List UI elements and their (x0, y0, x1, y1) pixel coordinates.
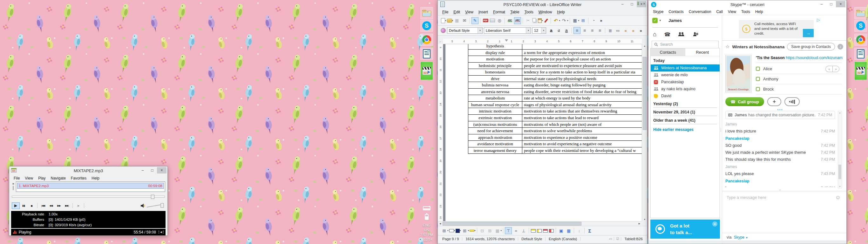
align-center-v-icon[interactable] (513, 227, 520, 234)
scroll-up-icon[interactable]: ▲ (838, 112, 842, 114)
term-cell[interactable]: avoidance motivation (468, 141, 522, 147)
bulleted-list-icon[interactable] (615, 27, 621, 34)
call-group-button[interactable]: ☎Call group (725, 97, 764, 106)
term-cell[interactable]: homeostasis (468, 69, 522, 75)
sum-icon[interactable] (586, 227, 593, 234)
style-combo[interactable]: Default Style▾ (447, 27, 483, 34)
definition-cell[interactable]: internal state caused by physiological n… (522, 75, 642, 82)
status-table-cell[interactable]: Table8:B26 (621, 237, 646, 241)
stop-button[interactable]: ■ (28, 203, 36, 209)
term-cell[interactable]: bulimia nervosa (468, 82, 522, 89)
horizontal-scrollbar[interactable]: ◀ ▶ (438, 221, 642, 226)
menu-item[interactable]: Help (554, 10, 567, 14)
paragraph-style-icon[interactable] (441, 28, 446, 33)
skype-titlebar[interactable]: S Skype™ - ceruceri – □ × (648, 0, 846, 8)
topic-link[interactable]: https://soundcloud.com/kizunami/skrill..… (786, 56, 843, 60)
definition-cell[interactable] (522, 44, 642, 49)
scrollbar-thumb[interactable] (838, 164, 841, 179)
call-phones-icon[interactable]: ☎ (664, 31, 671, 37)
numbered-list-icon[interactable] (607, 27, 614, 34)
menu-item[interactable]: Table (508, 10, 522, 14)
definition-cell[interactable]: stages of physiological arousal during s… (522, 101, 642, 108)
increase-indent-icon[interactable] (630, 27, 637, 34)
taskbar-item-writer[interactable] (854, 48, 867, 60)
maximize-button[interactable]: □ (826, 1, 836, 7)
home-icon[interactable]: ⌂ (653, 31, 656, 38)
close-document-icon[interactable]: × (643, 2, 645, 6)
definition-cell[interactable]: eating disorder, binge eating followed b… (522, 82, 642, 89)
menu-item[interactable]: Play (36, 176, 48, 180)
term-cell[interactable]: intrinsic motivation (468, 108, 522, 115)
term-cell[interactable]: hypothesis (468, 44, 522, 49)
info-icon[interactable]: i (837, 44, 843, 50)
participant-row[interactable]: Alice ‹› (756, 64, 842, 74)
emoticon-icon[interactable]: ☺ (835, 194, 841, 201)
tab-contacts[interactable]: Contacts (651, 48, 685, 56)
split-cells-icon[interactable] (487, 227, 493, 234)
cut-icon[interactable] (525, 17, 531, 24)
menu-item[interactable]: Insert (476, 10, 491, 14)
definition-cell[interactable]: eating disorder, severe restriction of f… (522, 88, 642, 95)
menu-item[interactable]: Help (89, 176, 102, 180)
save-group-button[interactable]: Save group in Contacts (787, 43, 835, 51)
tray-clock-time[interactable]: 7:57 PM (420, 233, 434, 237)
contact-row[interactable]: ay nako kris aquino (651, 86, 720, 92)
combo-arrow-icon[interactable]: ▾ (526, 28, 531, 33)
play-button[interactable]: ▶ (12, 203, 20, 209)
section-today[interactable]: Today (653, 58, 717, 64)
merge-cells-icon[interactable] (479, 227, 486, 234)
contact-row[interactable]: David (651, 92, 720, 99)
menu-item[interactable]: Favorites (68, 176, 89, 180)
document-area[interactable]: hypothesisdisplay rulea norm for the app… (443, 44, 642, 221)
taskbar-item-skype[interactable]: S (420, 20, 433, 32)
minimize-button[interactable]: – (618, 1, 627, 7)
undo-icon[interactable] (553, 17, 559, 24)
section-yesterday[interactable]: Yesterday (2) (653, 102, 717, 108)
message-input[interactable]: Type a message here ☺ (722, 191, 846, 233)
tray-language-top[interactable]: ENG (420, 223, 434, 228)
optimize-icon[interactable] (494, 227, 501, 234)
save-icon[interactable] (454, 17, 460, 24)
playlist-row-selected[interactable]: 1. MIXTAPE2.mp3 00:59:08 (17, 183, 164, 189)
status-page-style[interactable]: Default Style (518, 237, 546, 241)
tab-recent[interactable]: Recent (685, 48, 720, 56)
taskbar-item-file-explorer[interactable] (854, 7, 867, 19)
participant-row[interactable]: Brock (756, 84, 842, 94)
scrollbar-thumb[interactable] (643, 57, 647, 130)
self-status-row[interactable]: ✓ ▼ James (652, 18, 682, 23)
add-contact-icon[interactable] (693, 32, 699, 36)
spelling-icon[interactable] (506, 17, 514, 24)
skype-banner-ad[interactable]: Got a lotto talk a... ✕ (650, 219, 720, 239)
minimize-button[interactable]: – (817, 1, 826, 7)
indent-marker-icon[interactable] (505, 39, 508, 43)
term-cell[interactable]: extrinsic motivation (468, 115, 522, 121)
definition-cell[interactable]: rate at which energy is used by the body (522, 95, 642, 102)
tray-clock-date[interactable]: 1/12/14 (420, 237, 434, 242)
menu-item[interactable]: Skype (650, 9, 666, 14)
term-cell[interactable]: approach motivation (468, 134, 522, 141)
document-modified-icon[interactable]: ☑ (614, 237, 621, 241)
playlist-close-icon[interactable]: ✕ (12, 182, 14, 186)
add-participant-button[interactable]: + (767, 97, 781, 106)
skip-back-button[interactable]: |◀◀ (39, 203, 47, 209)
align-bottom-icon[interactable] (520, 227, 527, 234)
definition-cell[interactable]: tendency for a system to take action to … (522, 69, 642, 75)
menu-item[interactable]: Help (753, 9, 766, 14)
skip-forward-button[interactable]: ▶▶| (63, 203, 71, 209)
message-history[interactable]: James has changed the conversation pictu… (725, 111, 835, 187)
bold-icon[interactable] (548, 27, 555, 34)
menu-item[interactable]: Window (536, 10, 555, 14)
via-caret-icon[interactable]: ▼ (745, 236, 748, 239)
term-cell[interactable]: (un)conscious motivations (468, 121, 522, 128)
term-cell[interactable]: terror management theory (468, 147, 522, 154)
scroll-up-icon[interactable]: ▲ (642, 45, 647, 47)
definition-cell[interactable]: motivation to avoid experiencing a negat… (522, 141, 642, 147)
term-cell[interactable]: anorexia nervosa (468, 88, 522, 95)
pause-button[interactable]: ▮▮ (20, 203, 28, 209)
credit-ad[interactable]: $ Call mobiles, access WiFi and send tex… (739, 20, 814, 38)
sort-icon[interactable] (576, 227, 583, 234)
close-button[interactable]: × (157, 167, 166, 174)
taskbar-item-file-explorer[interactable] (420, 7, 433, 19)
message-scrollbar[interactable]: ▲ ▼ (838, 111, 842, 188)
combo-arrow-icon[interactable]: ▾ (541, 28, 546, 33)
